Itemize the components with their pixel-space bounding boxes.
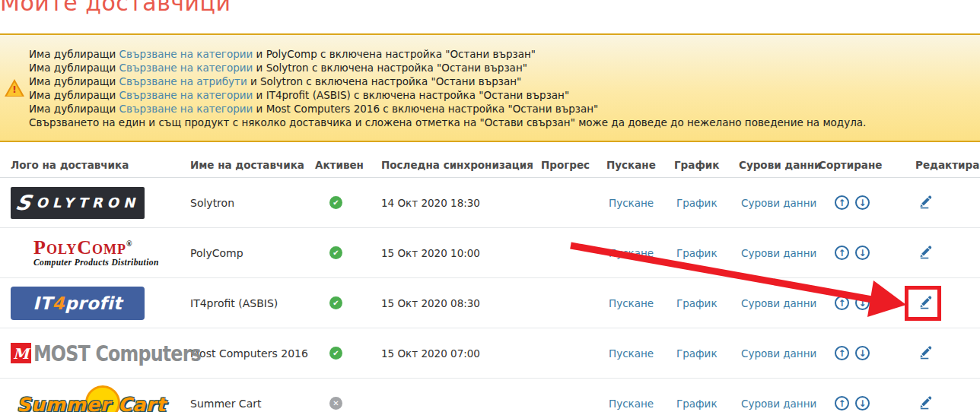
schedule-link[interactable]: График [674,347,718,360]
logo-badge: M [11,343,31,363]
edit-pencil-icon[interactable] [918,345,933,360]
warning-line: Има дублиращи Свързване на категории и M… [29,102,866,116]
warning-line: Има дублиращи Свързване на категории и S… [29,61,866,74]
edit-pencil-icon[interactable] [918,395,933,410]
category-link[interactable]: Свързване на категории [119,103,253,115]
run-link[interactable]: Пускане [606,297,654,309]
edit-pencil-icon[interactable] [918,195,933,209]
warning-text: Има дублиращи [29,103,119,115]
sort-down-icon[interactable]: ↓ [855,296,870,310]
raw-data-link[interactable]: Сурови данни [739,297,816,309]
run-link[interactable]: Пускане [606,197,654,209]
warning-icon-wrap: ! [0,79,29,97]
sort-down-icon[interactable]: ↓ [855,396,870,410]
suppliers-table: Лого на доставчика Име на доставчика Акт… [0,152,980,412]
logo-text: MOST Computers [33,341,201,366]
warning-text: и IT4profit (ASBIS) с включена настройка… [253,89,569,101]
active-check-icon: ✔ [329,196,342,209]
supplier-logo-it4profit: IT4profit [11,287,190,320]
registered-mark: ® [126,240,132,249]
sort-down-icon[interactable]: ↓ [855,246,870,260]
warning-exclamation: ! [5,84,24,96]
col-header-active: Активен [315,159,381,171]
col-header-progress: Прогрес [541,159,606,171]
supplier-name: Summer Cart [190,398,315,410]
last-sync-date: 15 Окт 2020 07:00 [381,347,541,360]
table-header-row: Лого на доставчика Име на доставчика Акт… [0,152,980,178]
table-row-summer-cart: Summer Cart Summer Cart ✕ Пускане График… [0,379,980,412]
col-header-raw-data: Сурови данни [739,159,819,171]
edit-pencil-icon[interactable] [918,245,933,259]
last-sync-date: 15 Окт 2020 08:30 [381,297,541,309]
category-link[interactable]: Свързване на категории [119,48,253,60]
col-header-run: Пускане [606,159,674,171]
sort-up-icon[interactable]: ↑ [835,195,849,210]
col-header-logo: Лого на доставчика [11,159,190,171]
schedule-link[interactable]: График [674,297,718,309]
raw-data-link[interactable]: Сурови данни [739,247,816,259]
warning-text: Има дублиращи [29,89,119,101]
schedule-link[interactable]: График [674,197,718,209]
logo-text: IT [33,293,52,313]
schedule-link[interactable]: График [674,247,718,259]
warning-line: Има дублиращи Свързване на категории и P… [29,47,866,61]
run-link[interactable]: Пускане [606,247,654,259]
supplier-logo-summer-cart: Summer Cart [11,387,190,412]
annotation-highlight-rect [905,286,941,321]
raw-data-link[interactable]: Сурови данни [739,398,816,410]
logo-subtitle: Computer Products Distribution [33,258,190,268]
sort-up-icon[interactable]: ↑ [835,396,849,410]
suppliers-page: Моите доставчици ! Има дублиращи Свързва… [0,0,980,412]
col-header-schedule: График [674,159,739,171]
logo-text: Summer Cart [17,394,166,412]
warning-text: Свързването на един и същ продукт с няко… [29,116,866,128]
schedule-link[interactable]: График [674,398,718,410]
warning-text: и Most Computers 2016 с включена настрой… [253,103,598,115]
warning-text: и Solytron с включена настройка "Остани … [247,75,522,87]
col-header-edit: Редактирай [915,159,980,171]
run-link[interactable]: Пускане [606,398,654,410]
category-link[interactable]: Свързване на категории [119,89,253,101]
sort-down-icon[interactable]: ↓ [855,346,870,360]
warning-text: Има дублиращи [29,75,119,87]
table-row-solytron: S OLYTRON Solytron ✔ 14 Окт 2020 18:30 П… [0,178,980,228]
warning-messages: Има дублиращи Свързване на категории и P… [29,47,866,129]
col-header-last-sync: Последна синхронизация [381,159,541,171]
active-check-icon: ✔ [329,347,342,360]
warning-line: Има дублиращи Свързване на категории и I… [29,88,866,102]
warning-text: Има дублиращи [29,62,119,74]
sort-up-icon[interactable]: ↑ [835,296,849,310]
logo-text: 4 [52,293,65,313]
active-check-icon: ✔ [329,246,342,259]
sort-down-icon[interactable]: ↓ [855,195,870,210]
logo-text: PolyComp [33,236,126,258]
last-sync-date: 15 Окт 2020 10:00 [381,247,541,259]
warning-line: Свързването на един и същ продукт с няко… [29,116,866,129]
table-row-it4profit: IT4profit IT4profit (ASBIS) ✔ 15 Окт 202… [0,278,980,328]
supplier-name: Solytron [190,197,315,209]
logo-text: profit [65,293,123,313]
warning-banner: ! Има дублиращи Свързване на категории и… [0,33,980,142]
warning-line: Има дублиращи Свързване на атрибути и So… [29,74,866,88]
logo-text: S [14,191,33,214]
supplier-name: Most Computers 2016 [190,347,315,360]
raw-data-link[interactable]: Сурови данни [739,347,816,360]
sort-up-icon[interactable]: ↑ [835,246,849,260]
raw-data-link[interactable]: Сурови данни [739,197,816,209]
supplier-logo-polycomp: PolyComp® Computer Products Distribution [11,238,190,268]
supplier-name: IT4profit (ASBIS) [190,297,315,309]
run-link[interactable]: Пускане [606,347,654,360]
last-sync-date: 14 Окт 2020 18:30 [381,197,541,209]
table-row-polycomp: PolyComp® Computer Products Distribution… [0,228,980,278]
table-row-most-computers: M MOST Computers Most Computers 2016 ✔ 1… [0,328,980,379]
warning-triangle-icon: ! [5,79,24,97]
inactive-cross-icon: ✕ [329,397,342,410]
warning-text: Има дублиращи [29,48,119,60]
col-header-sort: Сортиране [819,159,915,171]
sort-up-icon[interactable]: ↑ [835,346,849,360]
attributes-link[interactable]: Свързване на атрибути [119,75,247,87]
supplier-name: PolyComp [190,247,315,259]
category-link[interactable]: Свързване на категории [119,62,253,74]
supplier-logo-solytron: S OLYTRON [11,187,190,219]
warning-text: и Solytron с включена настройка "Остани … [253,62,527,74]
